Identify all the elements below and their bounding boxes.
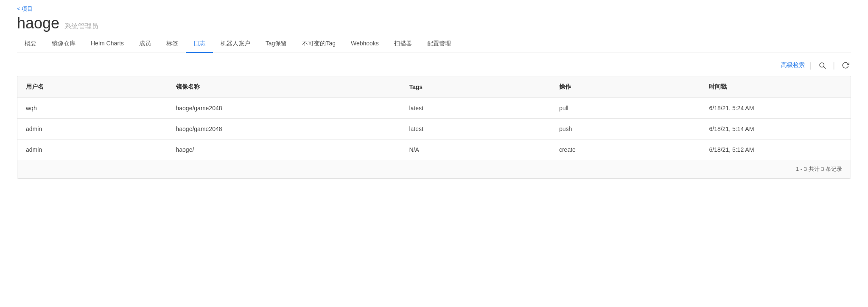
table-row: admin haoge/ N/A create 6/18/21, 5:12 AM — [17, 140, 851, 160]
col-header-image: 镜像名称 — [168, 76, 401, 98]
cell-action: create — [551, 140, 701, 160]
table-row: admin haoge/game2048 latest push 6/18/21… — [17, 119, 851, 140]
cell-image: haoge/ — [168, 140, 401, 160]
logs-table: 用户名 镜像名称 Tags 操作 时间戳 wqh haoge/game2048 … — [17, 76, 851, 179]
cell-username: admin — [17, 140, 168, 160]
cell-username: admin — [17, 119, 168, 140]
col-header-time: 时间戳 — [700, 76, 851, 98]
cell-time: 6/18/21, 5:14 AM — [700, 119, 851, 140]
tab-scanner[interactable]: 扫描器 — [386, 36, 420, 53]
cell-username: wqh — [17, 98, 168, 119]
project-role: 系统管理员 — [64, 22, 98, 31]
logs-table-container: 用户名 镜像名称 Tags 操作 时间戳 wqh haoge/game2048 … — [17, 76, 851, 179]
tab-config[interactable]: 配置管理 — [420, 36, 459, 53]
col-header-tags: Tags — [400, 76, 551, 98]
tab-tags[interactable]: 标签 — [159, 36, 186, 53]
table-row: wqh haoge/game2048 latest pull 6/18/21, … — [17, 98, 851, 119]
advanced-search-link[interactable]: 高级检索 — [781, 61, 805, 69]
tab-members[interactable]: 成员 — [132, 36, 159, 53]
cell-action: pull — [551, 98, 701, 119]
tab-webhooks[interactable]: Webhooks — [343, 36, 386, 53]
cell-time: 6/18/21, 5:12 AM — [700, 140, 851, 160]
search-button[interactable] — [817, 61, 828, 70]
tab-immutable-tags[interactable]: 不可变的Tag — [294, 36, 343, 53]
tab-overview[interactable]: 概要 — [17, 36, 44, 53]
col-header-action: 操作 — [551, 76, 701, 98]
cell-action: push — [551, 119, 701, 140]
svg-line-1 — [824, 67, 826, 68]
col-header-username: 用户名 — [17, 76, 168, 98]
table-header-row: 用户名 镜像名称 Tags 操作 时间戳 — [17, 76, 851, 98]
refresh-icon — [842, 61, 849, 69]
tab-robot-accounts[interactable]: 机器人账户 — [213, 36, 258, 53]
search-icon — [818, 61, 826, 69]
project-title-row: haoge 系统管理员 — [17, 14, 851, 32]
tab-nav: 概要 镜像仓库 Helm Charts 成员 标签 日志 机器人账户 Tag保留… — [17, 36, 851, 53]
tab-registry[interactable]: 镜像仓库 — [44, 36, 83, 53]
cell-time: 6/18/21, 5:24 AM — [700, 98, 851, 119]
toolbar-icon-divider: | — [833, 61, 835, 70]
cell-image: haoge/game2048 — [168, 98, 401, 119]
toolbar-divider: | — [810, 61, 812, 70]
tab-logs[interactable]: 日志 — [186, 36, 213, 53]
table-footer-text: 1 - 3 共计 3 条记录 — [17, 160, 851, 179]
project-name: haoge — [17, 14, 59, 32]
tab-helm-charts[interactable]: Helm Charts — [83, 36, 132, 53]
toolbar: 高级检索 | | — [17, 53, 851, 76]
cell-tags: latest — [400, 98, 551, 119]
cell-image: haoge/game2048 — [168, 119, 401, 140]
cell-tags: latest — [400, 119, 551, 140]
tab-tag-retention[interactable]: Tag保留 — [258, 36, 295, 53]
cell-tags: N/A — [400, 140, 551, 160]
table-footer-row: 1 - 3 共计 3 条记录 — [17, 160, 851, 179]
refresh-button[interactable] — [840, 61, 851, 70]
breadcrumb[interactable]: < 项目 — [17, 0, 851, 14]
